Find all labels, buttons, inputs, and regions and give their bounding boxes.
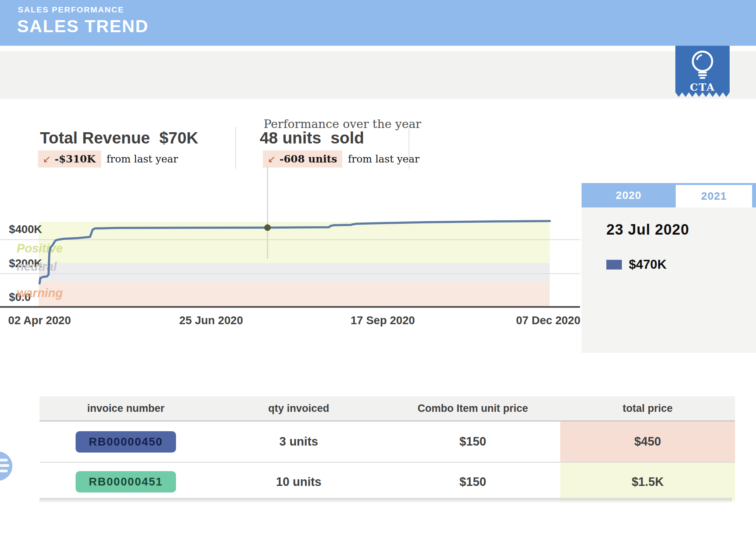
total-price-cell: $1.5K: [560, 462, 735, 501]
unit-price-cell: $150: [385, 462, 560, 501]
sub-header-bar: Performance over the year: [0, 51, 756, 99]
sales-trend-chart[interactable]: $400K$200K$0.0Positiveneutralwarning02 A…: [0, 163, 582, 345]
table-row: RB0000045110 units$150$1.5K: [40, 462, 735, 501]
x-axis-label: 02 Apr 2020: [8, 314, 71, 327]
tab-2020[interactable]: 2020: [582, 183, 676, 207]
column-header-1: invoice number: [40, 396, 212, 421]
x-axis-label: 17 Sep 2020: [350, 314, 415, 327]
unit-price-cell: $150: [385, 421, 560, 463]
tooltip-date: 23 Jul 2020: [606, 221, 689, 238]
year-tabbar: 2020 2021: [582, 183, 756, 207]
chart-tooltip-panel: 23 Jul 2020 $470K: [582, 207, 756, 353]
table-bottom-shadow: [40, 498, 732, 503]
invoice-pill[interactable]: RB00000450: [76, 431, 176, 453]
x-axis-label: 07 Dec 2020: [516, 314, 580, 327]
kpi-divider: [235, 127, 236, 169]
kpi-units-sold-label: sold: [331, 129, 364, 147]
menu-icon: [0, 470, 8, 472]
column-header-2: qty invoiced: [212, 396, 385, 421]
page-title: SALES TREND: [17, 16, 149, 36]
kpi-total-revenue-label: Total Revenue: [40, 129, 150, 147]
band-label-neutral: neutral: [17, 260, 57, 273]
y-axis-label: $400K: [9, 223, 42, 235]
kpi-units-sold: 48 unitssold: [260, 129, 364, 147]
kpi-units-sold-value: 48 units: [260, 129, 321, 147]
invoice-cell: RB00000451: [40, 462, 212, 501]
menu-icon: [0, 459, 8, 461]
kpi-divider: [409, 127, 409, 169]
cta-ribbon-button[interactable]: CTA: [675, 46, 730, 97]
invoice-table: invoice numberqty invoicedCombo Item uni…: [40, 396, 735, 501]
band-label-warning: warning: [17, 286, 63, 300]
band-label-positive: Positive: [17, 242, 63, 255]
qty-cell: 3 units: [212, 421, 385, 463]
tooltip-series-row: $470K: [606, 257, 666, 272]
invoice-table-header: invoice numberqty invoicedCombo Item uni…: [40, 396, 735, 421]
x-axis-label: 25 Jun 2020: [179, 314, 243, 327]
header-kicker: SALES PERFORMANCE: [18, 5, 124, 14]
cta-label: CTA: [675, 81, 730, 93]
kpi-total-revenue: Total Revenue$70K: [40, 129, 198, 147]
total-price-cell: $450: [560, 421, 735, 463]
lightbulb-icon: [688, 49, 717, 81]
band-warning: [39, 281, 550, 308]
invoice-cell: RB00000450: [40, 421, 212, 463]
invoice-pill[interactable]: RB00000451: [76, 471, 176, 492]
floating-menu-button[interactable]: [0, 451, 12, 481]
kpi-total-revenue-value: $70K: [159, 129, 198, 147]
tooltip-value: $470K: [629, 257, 666, 272]
table-row: RB000004503 units$150$450: [40, 421, 735, 463]
highlighted-point: [264, 224, 271, 231]
column-header-3: Combo Item unit price: [385, 396, 560, 421]
tab-2021[interactable]: 2021: [676, 185, 752, 207]
column-header-4: total price: [560, 396, 735, 421]
app-header: SALES PERFORMANCE SALES TREND: [0, 0, 756, 46]
menu-icon: [0, 464, 9, 467]
series-swatch: [606, 260, 622, 270]
qty-cell: 10 units: [212, 462, 385, 501]
band-neutral: [39, 263, 550, 281]
